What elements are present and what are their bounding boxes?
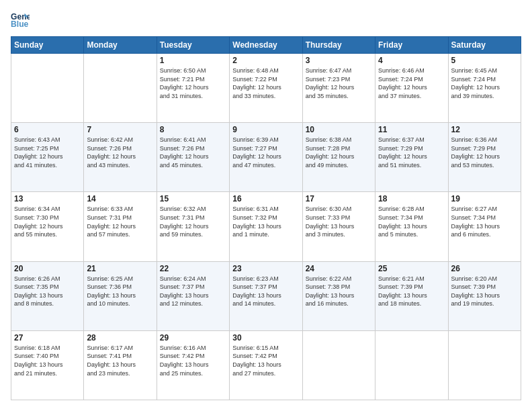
day-info: Sunrise: 6:22 AM Sunset: 7:38 PM Dayligh…	[306, 275, 372, 308]
day-header-sunday: Sunday	[11, 37, 84, 54]
calendar-cell	[302, 330, 375, 400]
calendar-cell: 8Sunrise: 6:41 AM Sunset: 7:26 PM Daylig…	[157, 123, 229, 192]
calendar-cell: 29Sunrise: 6:16 AM Sunset: 7:42 PM Dayli…	[157, 330, 229, 400]
day-info: Sunrise: 6:23 AM Sunset: 7:37 PM Dayligh…	[232, 275, 299, 308]
day-info: Sunrise: 6:27 AM Sunset: 7:34 PM Dayligh…	[451, 205, 518, 238]
day-info: Sunrise: 6:32 AM Sunset: 7:31 PM Dayligh…	[160, 205, 226, 238]
day-info: Sunrise: 6:43 AM Sunset: 7:25 PM Dayligh…	[14, 136, 81, 169]
calendar-cell: 15Sunrise: 6:32 AM Sunset: 7:31 PM Dayli…	[157, 192, 229, 261]
header: General Blue	[11, 11, 521, 30]
calendar-cell: 23Sunrise: 6:23 AM Sunset: 7:37 PM Dayli…	[230, 261, 302, 330]
day-number: 18	[378, 194, 445, 203]
day-number: 20	[14, 264, 81, 273]
day-info: Sunrise: 6:33 AM Sunset: 7:31 PM Dayligh…	[87, 205, 153, 238]
day-info: Sunrise: 6:18 AM Sunset: 7:40 PM Dayligh…	[14, 344, 81, 377]
day-info: Sunrise: 6:21 AM Sunset: 7:39 PM Dayligh…	[378, 275, 445, 308]
day-number: 7	[87, 125, 153, 134]
day-info: Sunrise: 6:38 AM Sunset: 7:28 PM Dayligh…	[306, 136, 372, 169]
logo: General Blue	[11, 11, 32, 30]
day-info: Sunrise: 6:36 AM Sunset: 7:29 PM Dayligh…	[451, 136, 518, 169]
day-info: Sunrise: 6:30 AM Sunset: 7:33 PM Dayligh…	[306, 205, 372, 238]
day-number: 24	[306, 264, 372, 273]
day-header-tuesday: Tuesday	[157, 37, 229, 54]
day-info: Sunrise: 6:17 AM Sunset: 7:41 PM Dayligh…	[87, 344, 153, 377]
day-header-thursday: Thursday	[302, 37, 375, 54]
day-number: 6	[14, 125, 81, 134]
day-number: 9	[232, 125, 299, 134]
day-info: Sunrise: 6:34 AM Sunset: 7:30 PM Dayligh…	[14, 205, 81, 238]
calendar-cell: 13Sunrise: 6:34 AM Sunset: 7:30 PM Dayli…	[11, 192, 84, 261]
calendar-cell: 12Sunrise: 6:36 AM Sunset: 7:29 PM Dayli…	[448, 123, 521, 192]
calendar-cell: 24Sunrise: 6:22 AM Sunset: 7:38 PM Dayli…	[302, 261, 375, 330]
calendar-cell: 27Sunrise: 6:18 AM Sunset: 7:40 PM Dayli…	[11, 330, 84, 400]
day-info: Sunrise: 6:28 AM Sunset: 7:34 PM Dayligh…	[378, 205, 445, 238]
day-number: 21	[87, 264, 153, 273]
day-number: 23	[232, 264, 299, 273]
day-info: Sunrise: 6:37 AM Sunset: 7:29 PM Dayligh…	[378, 136, 445, 169]
day-number: 19	[451, 194, 518, 203]
day-number: 29	[160, 333, 226, 342]
day-info: Sunrise: 6:50 AM Sunset: 7:21 PM Dayligh…	[160, 66, 226, 100]
day-number: 8	[160, 125, 226, 134]
day-number: 30	[232, 333, 299, 342]
day-info: Sunrise: 6:48 AM Sunset: 7:22 PM Dayligh…	[232, 66, 299, 100]
day-number: 3	[306, 56, 372, 65]
calendar-table: SundayMondayTuesdayWednesdayThursdayFrid…	[11, 36, 521, 400]
calendar-cell: 28Sunrise: 6:17 AM Sunset: 7:41 PM Dayli…	[84, 330, 157, 400]
day-info: Sunrise: 6:24 AM Sunset: 7:37 PM Dayligh…	[160, 275, 226, 308]
day-info: Sunrise: 6:16 AM Sunset: 7:42 PM Dayligh…	[160, 344, 226, 377]
calendar-cell: 7Sunrise: 6:42 AM Sunset: 7:26 PM Daylig…	[84, 123, 157, 192]
day-info: Sunrise: 6:20 AM Sunset: 7:39 PM Dayligh…	[451, 275, 518, 308]
calendar-cell: 5Sunrise: 6:45 AM Sunset: 7:24 PM Daylig…	[448, 54, 521, 123]
svg-text:Blue: Blue	[11, 19, 29, 29]
day-info: Sunrise: 6:41 AM Sunset: 7:26 PM Dayligh…	[160, 136, 226, 169]
day-info: Sunrise: 6:31 AM Sunset: 7:32 PM Dayligh…	[232, 205, 299, 238]
calendar-cell: 2Sunrise: 6:48 AM Sunset: 7:22 PM Daylig…	[230, 54, 302, 123]
day-info: Sunrise: 6:42 AM Sunset: 7:26 PM Dayligh…	[87, 136, 153, 169]
day-number: 2	[232, 56, 299, 65]
calendar-cell: 3Sunrise: 6:47 AM Sunset: 7:23 PM Daylig…	[302, 54, 375, 123]
day-number: 12	[451, 125, 518, 134]
calendar-cell: 22Sunrise: 6:24 AM Sunset: 7:37 PM Dayli…	[157, 261, 229, 330]
calendar-cell: 18Sunrise: 6:28 AM Sunset: 7:34 PM Dayli…	[375, 192, 448, 261]
day-number: 28	[87, 333, 153, 342]
day-number: 27	[14, 333, 81, 342]
day-number: 13	[14, 194, 81, 203]
day-number: 15	[160, 194, 226, 203]
day-info: Sunrise: 6:26 AM Sunset: 7:35 PM Dayligh…	[14, 275, 81, 308]
day-header-saturday: Saturday	[448, 37, 521, 54]
calendar-cell: 1Sunrise: 6:50 AM Sunset: 7:21 PM Daylig…	[157, 54, 229, 123]
calendar-cell: 10Sunrise: 6:38 AM Sunset: 7:28 PM Dayli…	[302, 123, 375, 192]
calendar-cell: 14Sunrise: 6:33 AM Sunset: 7:31 PM Dayli…	[84, 192, 157, 261]
day-info: Sunrise: 6:15 AM Sunset: 7:42 PM Dayligh…	[232, 344, 299, 377]
day-header-wednesday: Wednesday	[230, 37, 302, 54]
calendar-cell: 25Sunrise: 6:21 AM Sunset: 7:39 PM Dayli…	[375, 261, 448, 330]
calendar-cell: 6Sunrise: 6:43 AM Sunset: 7:25 PM Daylig…	[11, 123, 84, 192]
calendar-cell	[11, 54, 84, 123]
day-number: 1	[160, 56, 226, 65]
calendar-cell: 21Sunrise: 6:25 AM Sunset: 7:36 PM Dayli…	[84, 261, 157, 330]
calendar-cell: 17Sunrise: 6:30 AM Sunset: 7:33 PM Dayli…	[302, 192, 375, 261]
calendar-cell	[448, 330, 521, 400]
calendar-cell	[84, 54, 157, 123]
day-header-friday: Friday	[375, 37, 448, 54]
calendar-cell: 11Sunrise: 6:37 AM Sunset: 7:29 PM Dayli…	[375, 123, 448, 192]
calendar-cell: 30Sunrise: 6:15 AM Sunset: 7:42 PM Dayli…	[230, 330, 302, 400]
day-info: Sunrise: 6:46 AM Sunset: 7:24 PM Dayligh…	[378, 66, 445, 100]
day-info: Sunrise: 6:39 AM Sunset: 7:27 PM Dayligh…	[232, 136, 299, 169]
calendar-cell: 16Sunrise: 6:31 AM Sunset: 7:32 PM Dayli…	[230, 192, 302, 261]
day-number: 10	[306, 125, 372, 134]
day-number: 14	[87, 194, 153, 203]
day-number: 26	[451, 264, 518, 273]
day-number: 5	[451, 56, 518, 65]
calendar-cell	[375, 330, 448, 400]
day-info: Sunrise: 6:25 AM Sunset: 7:36 PM Dayligh…	[87, 275, 153, 308]
day-info: Sunrise: 6:45 AM Sunset: 7:24 PM Dayligh…	[451, 66, 518, 100]
calendar-cell: 4Sunrise: 6:46 AM Sunset: 7:24 PM Daylig…	[375, 54, 448, 123]
day-info: Sunrise: 6:47 AM Sunset: 7:23 PM Dayligh…	[306, 66, 372, 100]
day-number: 16	[232, 194, 299, 203]
calendar-cell: 19Sunrise: 6:27 AM Sunset: 7:34 PM Dayli…	[448, 192, 521, 261]
day-number: 25	[378, 264, 445, 273]
calendar-cell: 26Sunrise: 6:20 AM Sunset: 7:39 PM Dayli…	[448, 261, 521, 330]
day-number: 11	[378, 125, 445, 134]
